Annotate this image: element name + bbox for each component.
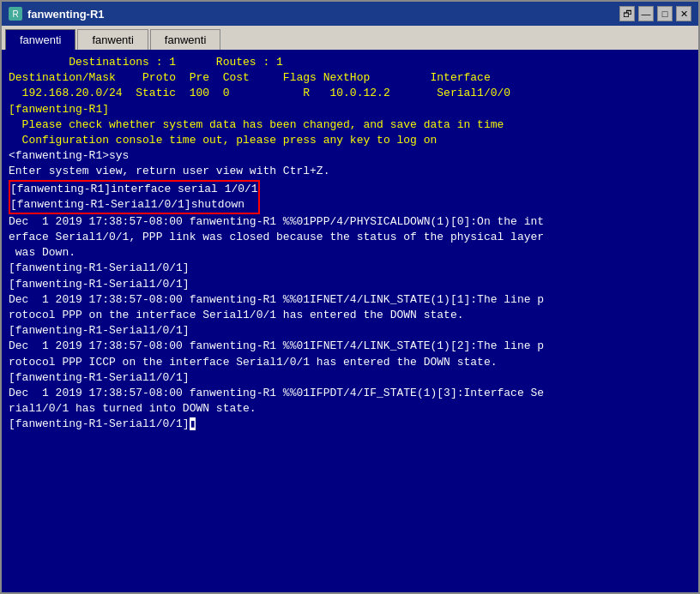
tab-bar: fanwenti fanwenti fanwenti	[2, 26, 698, 50]
terminal-line: was Down.	[9, 245, 691, 261]
terminal-line: [fanwenting-R1-Serial1/0/1]	[9, 370, 691, 386]
terminal-line: [fanwenting-R1]	[9, 102, 691, 117]
terminal-line: [fanwenting-R1-Serial1/0/1]shutdown	[10, 197, 258, 213]
maximize-button[interactable]: □	[657, 6, 673, 21]
terminal-line: Destinations : 1 Routes : 1	[9, 55, 691, 70]
minimize-button[interactable]: —	[638, 6, 654, 21]
terminal-line: Configuration console time out, please p…	[9, 133, 691, 148]
terminal-line: [fanwenting-R1-Serial1/0/1]	[9, 261, 691, 276]
terminal-line: Dec 1 2019 17:38:57-08:00 fanwenting-R1 …	[9, 292, 691, 308]
main-window: R fanwenting-R1 🗗 — □ ✕ fanwenti fanwent…	[0, 0, 700, 594]
terminal-line: [fanwenting-R1-Serial1/0/1]	[9, 323, 691, 339]
title-controls: 🗗 — □ ✕	[619, 6, 691, 21]
terminal-line: [fanwenting-R1-Serial1/0/1]	[9, 277, 691, 292]
terminal-line: <fanwenting-R1>sys	[9, 148, 691, 164]
terminal-line: 192.168.20.0/24 Static 100 0 R 10.0.12.2…	[9, 86, 691, 101]
window-title: fanwenting-R1	[27, 8, 105, 21]
title-bar: R fanwenting-R1 🗗 — □ ✕	[2, 2, 698, 26]
terminal-line: Please check whether system data has bee…	[9, 117, 691, 133]
tab-0[interactable]: fanwenti	[5, 29, 75, 50]
terminal-line: Dec 1 2019 17:38:57-08:00 fanwenting-R1 …	[9, 214, 691, 230]
terminal-line: [fanwenting-R1-Serial1/0/1]▮	[9, 417, 691, 432]
terminal-line: rotocol PPP on the interface Serial1/0/1…	[9, 308, 691, 323]
title-bar-left: R fanwenting-R1	[9, 7, 105, 21]
tab-2[interactable]: fanwenti	[150, 29, 220, 50]
terminal-line: rotocol PPP ICCP on the interface Serial…	[9, 355, 691, 370]
terminal-line: Dec 1 2019 17:38:57-08:00 fanwenting-R1 …	[9, 386, 691, 401]
router-icon: R	[9, 7, 22, 21]
terminal-line: erface Serial1/0/1, PPP link was closed …	[9, 230, 691, 245]
terminal-area[interactable]: Destinations : 1 Routes : 1Destination/M…	[2, 50, 698, 592]
close-button[interactable]: ✕	[676, 6, 691, 21]
terminal-line: Enter system view, return user view with…	[9, 164, 691, 179]
restore-button[interactable]: 🗗	[619, 6, 635, 21]
terminal-line: rial1/0/1 has turned into DOWN state.	[9, 401, 691, 417]
terminal-line: Destination/Mask Proto Pre Cost Flags Ne…	[9, 70, 691, 86]
terminal-line: Dec 1 2019 17:38:57-08:00 fanwenting-R1 …	[9, 339, 691, 354]
tab-1[interactable]: fanwenti	[77, 29, 148, 50]
terminal-line: [fanwenting-R1]interface serial 1/0/1	[10, 182, 258, 197]
